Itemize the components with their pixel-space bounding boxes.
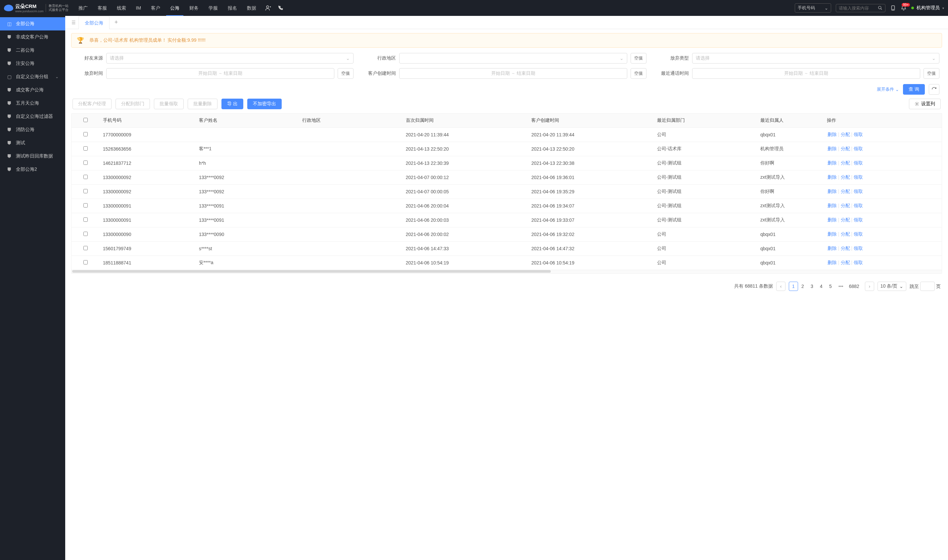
filter-last-call-range[interactable]: 开始日期~结束日期 [692, 68, 920, 79]
sidebar-item-3[interactable]: ⛊注安公海 [0, 57, 65, 70]
sidebar-item-8[interactable]: ⛊消防公海 [0, 123, 65, 136]
sidebar-item-6[interactable]: ⛊五月天公海 [0, 97, 65, 110]
row-delete-link[interactable]: 删除 [828, 203, 837, 208]
topnav-item-0[interactable]: 推广 [74, 0, 92, 16]
row-assign-link[interactable]: 分配 [841, 146, 850, 151]
row-assign-link[interactable]: 分配 [841, 132, 850, 137]
topnav-item-7[interactable]: 学服 [205, 0, 222, 16]
search-icon[interactable] [878, 6, 882, 10]
row-assign-link[interactable]: 分配 [841, 260, 850, 265]
row-claim-link[interactable]: 领取 [854, 217, 863, 222]
user-menu[interactable]: 机构管理员 ▾ [911, 5, 944, 11]
pagination-page[interactable]: 4 [817, 282, 826, 291]
row-checkbox[interactable] [83, 203, 88, 208]
row-checkbox[interactable] [83, 260, 88, 265]
row-delete-link[interactable]: 删除 [828, 260, 837, 265]
row-delete-link[interactable]: 删除 [828, 231, 837, 237]
row-checkbox[interactable] [83, 175, 88, 179]
pagination-jump-input[interactable] [920, 282, 935, 291]
row-claim-link[interactable]: 领取 [854, 231, 863, 237]
row-assign-link[interactable]: 分配 [841, 217, 850, 222]
topnav-item-1[interactable]: 客服 [94, 0, 111, 16]
expand-filters-link[interactable]: 展开条件⌄ [877, 86, 899, 92]
row-claim-link[interactable]: 领取 [854, 260, 863, 265]
filter-abandon-time-range[interactable]: 开始日期~结束日期 [106, 68, 334, 79]
row-checkbox[interactable] [83, 246, 88, 250]
filter-region-empty-button[interactable]: 空值 [631, 53, 646, 63]
row-checkbox[interactable] [83, 217, 88, 222]
sidebar-item-9[interactable]: ⛊测试 [0, 136, 65, 149]
horizontal-scrollbar[interactable] [71, 270, 942, 273]
pagination-page[interactable]: 5 [826, 282, 835, 291]
row-assign-link[interactable]: 分配 [841, 203, 850, 208]
sidebar-item-7[interactable]: ⛊自定义公海过滤器 [0, 110, 65, 123]
row-delete-link[interactable]: 删除 [828, 146, 837, 151]
query-button[interactable]: 查 询 [903, 84, 925, 95]
sidebar-item-11[interactable]: ⛊全部公海2 [0, 163, 65, 176]
batch-delete-button[interactable]: 批量删除 [188, 98, 217, 109]
topnav-item-2[interactable]: 线索 [113, 0, 130, 16]
sidebar-item-4[interactable]: ▢自定义公海分组⌄ [0, 70, 65, 83]
sidebar-item-2[interactable]: ⛊二咨公海 [0, 44, 65, 57]
sidebar-item-1[interactable]: ⛊非成交客户公海 [0, 31, 65, 44]
sidebar-item-10[interactable]: ⛊测试昨日回库数据 [0, 149, 65, 163]
filter-friend-source-select[interactable]: 请选择⌄ [106, 53, 354, 63]
pagination-page[interactable]: 3 [807, 282, 817, 291]
row-delete-link[interactable]: 删除 [828, 132, 837, 137]
row-checkbox[interactable] [83, 232, 88, 236]
logo[interactable]: 云朵CRM www.yunduocrm.com 教育机构一站式服务云平台 [4, 3, 69, 13]
pagination-last[interactable]: 6882 [847, 282, 862, 291]
row-checkbox[interactable] [83, 132, 88, 136]
refresh-button[interactable] [929, 84, 939, 95]
row-assign-link[interactable]: 分配 [841, 160, 850, 166]
search-input[interactable] [839, 6, 876, 11]
row-claim-link[interactable]: 领取 [854, 189, 863, 194]
row-delete-link[interactable]: 删除 [828, 217, 837, 222]
topnav-item-5[interactable]: 公海 [166, 0, 183, 16]
row-claim-link[interactable]: 领取 [854, 132, 863, 137]
topnav-item-4[interactable]: 客户 [147, 0, 164, 16]
topnav-item-3[interactable]: IM [132, 0, 145, 16]
row-delete-link[interactable]: 删除 [828, 160, 837, 166]
assign-manager-button[interactable]: 分配客户经理 [72, 98, 112, 109]
filter-create-time-range[interactable]: 开始日期~结束日期 [399, 68, 627, 79]
tab-all-sea[interactable]: 全部公海 [78, 16, 109, 29]
row-claim-link[interactable]: 领取 [854, 146, 863, 151]
batch-claim-button[interactable]: 批量领取 [154, 98, 184, 109]
sidebar-item-0[interactable]: ◫全部公海 [0, 17, 65, 31]
row-assign-link[interactable]: 分配 [841, 174, 850, 180]
pagination-size-select[interactable]: 10 条/页⌄ [877, 282, 906, 291]
row-claim-link[interactable]: 领取 [854, 203, 863, 208]
tab-add-icon[interactable]: + [109, 19, 123, 26]
pagination-next[interactable]: › [865, 282, 874, 291]
assign-dept-button[interactable]: 分配到部门 [115, 98, 150, 109]
bell-icon[interactable]: 99+ [901, 5, 906, 11]
filter-create-time-empty-button[interactable]: 空值 [631, 68, 646, 79]
row-claim-link[interactable]: 领取 [854, 174, 863, 180]
add-user-icon[interactable] [265, 5, 271, 11]
row-assign-link[interactable]: 分配 [841, 231, 850, 237]
row-claim-link[interactable]: 领取 [854, 246, 863, 251]
phone-icon[interactable] [277, 5, 283, 11]
filter-last-call-empty-button[interactable]: 空值 [923, 68, 939, 79]
search-type-select[interactable]: 手机号码⌄ [795, 3, 831, 12]
topnav-item-9[interactable]: 数据 [243, 0, 260, 16]
device-icon[interactable] [890, 5, 896, 11]
filter-region-select[interactable]: ⌄ [399, 53, 627, 63]
filter-abandon-time-empty-button[interactable]: 空值 [338, 68, 354, 79]
row-delete-link[interactable]: 删除 [828, 246, 837, 251]
set-columns-button[interactable]: 设置列 [909, 98, 941, 109]
search-box[interactable] [836, 4, 885, 12]
row-checkbox[interactable] [83, 160, 88, 165]
pagination-prev[interactable]: ‹ [776, 282, 785, 291]
tab-list-toggle-icon[interactable]: ☰ [69, 20, 78, 25]
select-all-checkbox[interactable] [71, 114, 100, 128]
pagination-page[interactable]: 1 [789, 282, 798, 291]
row-checkbox[interactable] [83, 189, 88, 193]
topnav-item-8[interactable]: 报名 [224, 0, 241, 16]
row-claim-link[interactable]: 领取 [854, 160, 863, 166]
row-delete-link[interactable]: 删除 [828, 174, 837, 180]
pagination-page[interactable]: 2 [798, 282, 807, 291]
filter-abandon-type-select[interactable]: 请选择⌄ [692, 53, 939, 63]
export-plain-button[interactable]: 不加密导出 [247, 98, 282, 109]
